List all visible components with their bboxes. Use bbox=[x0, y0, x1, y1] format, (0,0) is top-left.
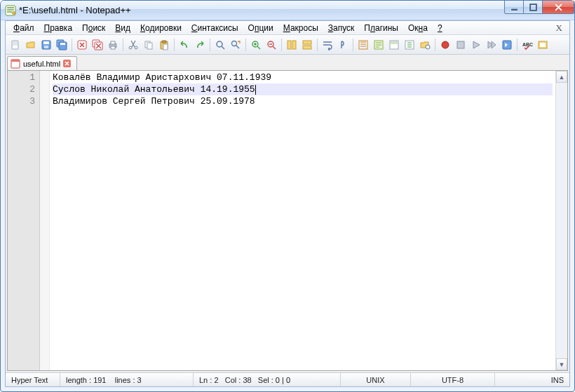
open-file-button[interactable] bbox=[24, 38, 38, 52]
menu-view[interactable]: Вид bbox=[110, 22, 135, 34]
status-length: length : 191 lines : 3 bbox=[60, 373, 194, 386]
menu-encoding[interactable]: Кодировки bbox=[135, 22, 187, 34]
vertical-scrollbar[interactable]: ▲ ▼ bbox=[555, 71, 567, 370]
toolbar-separator bbox=[245, 39, 246, 51]
toolbar-separator bbox=[517, 39, 518, 51]
macro-play-button[interactable] bbox=[469, 38, 483, 52]
macro-save-button[interactable] bbox=[500, 38, 514, 52]
menu-windows[interactable]: Окна bbox=[403, 22, 433, 34]
editor: 1 2 3 Ковалёв Владимир Аристархович 07.1… bbox=[7, 70, 568, 371]
fold-margin bbox=[40, 71, 50, 370]
minimize-button[interactable] bbox=[504, 1, 524, 14]
svg-rect-15 bbox=[111, 41, 115, 44]
show-all-chars-button[interactable] bbox=[336, 38, 350, 52]
user-lang-button[interactable] bbox=[372, 38, 386, 52]
scroll-down-button[interactable]: ▼ bbox=[556, 358, 567, 370]
code-line: Суслов Николай Анатольевич 14.19.1955 bbox=[53, 83, 553, 95]
svg-rect-43 bbox=[540, 43, 546, 47]
menu-syntax[interactable]: Синтаксисы bbox=[187, 22, 243, 34]
svg-rect-28 bbox=[288, 41, 291, 49]
svg-point-24 bbox=[217, 41, 222, 47]
macro-record-button[interactable] bbox=[438, 38, 452, 52]
undo-button[interactable] bbox=[177, 38, 191, 52]
close-all-button[interactable] bbox=[90, 38, 104, 52]
save-button[interactable] bbox=[39, 38, 53, 52]
code-area[interactable]: Ковалёв Владимир Аристархович 07.11.1939… bbox=[50, 71, 555, 370]
toolbar-separator bbox=[317, 39, 318, 51]
maximize-button[interactable] bbox=[523, 1, 543, 14]
svg-rect-45 bbox=[11, 60, 20, 62]
svg-rect-22 bbox=[162, 41, 166, 43]
cut-button[interactable] bbox=[126, 38, 140, 52]
menu-help[interactable]: ? bbox=[433, 22, 447, 34]
file-modified-icon bbox=[11, 59, 20, 69]
find-button[interactable] bbox=[213, 38, 227, 52]
macro-play-multi-button[interactable] bbox=[485, 38, 499, 52]
print-button[interactable] bbox=[106, 38, 120, 52]
text-caret bbox=[255, 85, 256, 95]
preview-button[interactable] bbox=[536, 38, 550, 52]
toolbar-separator bbox=[353, 39, 353, 51]
copy-button[interactable] bbox=[142, 38, 156, 52]
svg-point-17 bbox=[129, 46, 132, 49]
tabbar: useful.html bbox=[6, 55, 569, 70]
close-file-button[interactable] bbox=[75, 38, 89, 52]
toolbar-separator bbox=[123, 39, 123, 51]
tab-useful-html[interactable]: useful.html bbox=[7, 56, 77, 70]
svg-point-25 bbox=[232, 41, 237, 46]
indent-guide-button[interactable] bbox=[356, 38, 370, 52]
save-all-button[interactable] bbox=[55, 38, 69, 52]
tab-close-icon[interactable] bbox=[63, 60, 71, 67]
svg-rect-29 bbox=[292, 41, 296, 49]
menu-edit[interactable]: Правка bbox=[39, 22, 78, 34]
menu-run[interactable]: Запуск bbox=[323, 22, 360, 34]
app-icon bbox=[5, 5, 16, 16]
toolbar-separator bbox=[281, 39, 282, 51]
svg-rect-23 bbox=[163, 44, 168, 50]
status-position: Ln : 2 Col : 38 Sel : 0 | 0 bbox=[194, 373, 341, 386]
tab-label: useful.html bbox=[23, 60, 60, 68]
zoom-out-button[interactable] bbox=[264, 38, 278, 52]
toolbar-separator bbox=[174, 39, 175, 51]
sync-vscroll-button[interactable] bbox=[285, 38, 299, 52]
menu-macros[interactable]: Макросы bbox=[278, 22, 323, 34]
status-encoding[interactable]: UTF-8 bbox=[411, 373, 495, 386]
menubar-close-doc[interactable]: X bbox=[552, 21, 567, 35]
app-window: *E:\useful.html - Notepad++ Файл Правка … bbox=[0, 0, 575, 392]
spellcheck-button[interactable]: ABC bbox=[520, 38, 534, 52]
svg-rect-31 bbox=[303, 46, 311, 49]
svg-text:ABC: ABC bbox=[522, 42, 533, 47]
scroll-up-button[interactable]: ▲ bbox=[556, 71, 567, 83]
titlebar[interactable]: *E:\useful.html - Notepad++ bbox=[1, 1, 574, 20]
function-list-button[interactable] bbox=[402, 38, 417, 52]
line-number: 3 bbox=[8, 95, 35, 107]
toolbar-separator bbox=[210, 39, 210, 51]
sync-hscroll-button[interactable] bbox=[300, 38, 314, 52]
code-line: Владимиров Сергей Петрович 25.09.1978 bbox=[53, 95, 553, 107]
menu-plugins[interactable]: Плагины bbox=[359, 22, 403, 34]
status-filetype: Hyper Text bbox=[6, 373, 60, 386]
status-insert-mode[interactable]: INS bbox=[495, 373, 569, 386]
folder-workspace-button[interactable] bbox=[418, 38, 432, 52]
menu-search[interactable]: Поиск bbox=[77, 22, 110, 34]
macro-stop-button[interactable] bbox=[454, 38, 468, 52]
status-eol[interactable]: UNIX bbox=[341, 373, 411, 386]
word-wrap-button[interactable] bbox=[320, 38, 334, 52]
svg-rect-35 bbox=[391, 41, 398, 44]
replace-button[interactable] bbox=[229, 38, 243, 52]
svg-rect-20 bbox=[147, 43, 152, 49]
svg-rect-6 bbox=[43, 41, 49, 44]
redo-button[interactable] bbox=[193, 38, 207, 52]
paste-button[interactable] bbox=[157, 38, 171, 52]
menu-file[interactable]: Файл bbox=[8, 22, 39, 34]
new-file-button[interactable] bbox=[8, 38, 22, 52]
close-button[interactable] bbox=[542, 1, 574, 14]
svg-point-18 bbox=[135, 46, 137, 49]
doc-map-button[interactable] bbox=[387, 38, 401, 52]
line-number: 1 bbox=[8, 72, 35, 83]
svg-rect-16 bbox=[111, 46, 115, 49]
zoom-in-button[interactable] bbox=[249, 38, 263, 52]
menu-options[interactable]: Опции bbox=[243, 22, 278, 34]
scroll-track[interactable] bbox=[556, 83, 567, 358]
svg-rect-7 bbox=[44, 46, 48, 48]
